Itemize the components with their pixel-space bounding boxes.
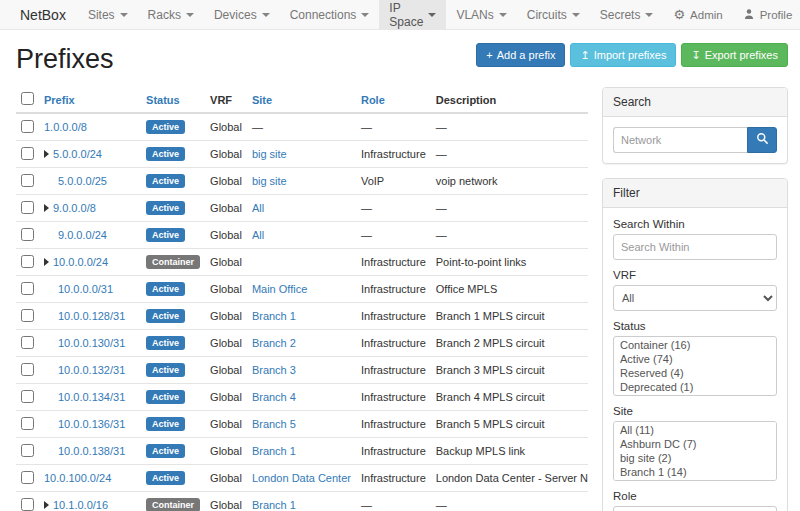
select-option[interactable]: big site (2) <box>615 451 775 465</box>
prefix-link[interactable]: 10.0.0.0/24 <box>53 256 108 268</box>
site-link[interactable]: All <box>252 202 264 214</box>
vrf-select[interactable]: All <box>613 285 777 311</box>
indent-spacer <box>44 319 58 320</box>
description-cell: — <box>431 195 588 222</box>
import-prefixes-button[interactable]: ↥ Import prefixes <box>570 43 676 67</box>
row-checkbox[interactable] <box>21 363 34 376</box>
row-checkbox[interactable] <box>21 147 34 160</box>
select-option[interactable]: All (11) <box>615 423 775 437</box>
prefix-link[interactable]: 5.0.0.0/24 <box>53 148 102 160</box>
prefix-link[interactable]: 10.0.0.0/31 <box>58 283 113 295</box>
row-checkbox[interactable] <box>21 336 34 349</box>
select-option[interactable]: Reserved (4) <box>615 366 775 380</box>
status-select[interactable]: Container (16)Active (74)Reserved (4)Dep… <box>613 336 777 396</box>
chevron-down-icon <box>572 13 580 17</box>
role-select[interactable]: Infrastructure (25)Management (8)Private… <box>613 506 777 511</box>
select-all-checkbox[interactable] <box>21 92 34 105</box>
nav-item-vlans[interactable]: VLANs <box>446 0 516 29</box>
prefix-table-wrap: Prefix Status VRF Site Role Description … <box>16 87 588 511</box>
row-checkbox[interactable] <box>21 390 34 403</box>
site-link[interactable]: big site <box>252 175 287 187</box>
prefix-link[interactable]: 10.0.0.134/31 <box>58 391 125 403</box>
select-option[interactable]: Container (16) <box>615 338 775 352</box>
select-option[interactable]: Branch 1 (14) <box>615 465 775 479</box>
export-prefixes-button[interactable]: ↧ Export prefixes <box>681 43 788 67</box>
row-checkbox[interactable] <box>21 174 34 187</box>
select-option[interactable]: Deprecated (1) <box>615 380 775 394</box>
chevron-down-icon <box>262 13 270 17</box>
row-checkbox[interactable] <box>21 120 34 133</box>
prefix-link[interactable]: 10.0.0.138/31 <box>58 445 125 457</box>
row-checkbox[interactable] <box>21 498 34 511</box>
row-checkbox[interactable] <box>21 444 34 457</box>
nav-item-circuits[interactable]: Circuits <box>517 0 590 29</box>
site-link[interactable]: big site <box>252 148 287 160</box>
status-badge: Active <box>146 336 185 350</box>
search-button[interactable] <box>747 127 777 153</box>
table-row: 10.0.0.0/24 Container Global Infrastruct… <box>16 249 588 276</box>
site-link[interactable]: Branch 3 <box>252 364 296 376</box>
indent-spacer <box>44 400 58 401</box>
row-checkbox[interactable] <box>21 201 34 214</box>
profile-link[interactable]: Profile <box>733 0 800 29</box>
select-option[interactable]: Active (74) <box>615 352 775 366</box>
search-input[interactable] <box>613 127 747 153</box>
row-checkbox[interactable] <box>21 417 34 430</box>
row-checkbox[interactable] <box>21 228 34 241</box>
role-cell: — <box>356 113 431 141</box>
description-cell: Office MPLS <box>431 276 588 303</box>
nav-item-ip-space[interactable]: IP Space <box>379 0 446 29</box>
nav-item-connections[interactable]: Connections <box>280 0 380 29</box>
column-header-prefix[interactable]: Prefix <box>44 94 75 106</box>
site-link[interactable]: Main Office <box>252 283 307 295</box>
prefix-link[interactable]: 9.0.0.0/24 <box>58 229 107 241</box>
select-option[interactable]: Ashburn DC (7) <box>615 437 775 451</box>
vrf-cell: Global <box>205 330 247 357</box>
nav-item-sites[interactable]: Sites <box>78 0 138 29</box>
indent-spacer <box>44 184 58 185</box>
site-link[interactable]: Branch 1 <box>252 499 296 511</box>
admin-link[interactable]: ⚙ Admin <box>663 0 732 29</box>
site-cell: Branch 2 <box>247 330 356 357</box>
row-checkbox[interactable] <box>21 282 34 295</box>
nav-item-secrets[interactable]: Secrets <box>590 0 664 29</box>
nav-item-label: Sites <box>88 8 115 22</box>
prefix-link[interactable]: 10.0.0.136/31 <box>58 418 125 430</box>
site-link[interactable]: All <box>252 229 264 241</box>
site-link[interactable]: Branch 1 <box>252 310 296 322</box>
site-cell <box>247 249 356 276</box>
role-cell: Infrastructure <box>356 141 431 168</box>
prefix-link[interactable]: 10.0.0.128/31 <box>58 310 125 322</box>
gear-icon: ⚙ <box>673 8 685 21</box>
chevron-down-icon <box>186 13 194 17</box>
prefix-link[interactable]: 1.0.0.0/8 <box>44 121 87 133</box>
vrf-cell: Global <box>205 276 247 303</box>
brand-logo[interactable]: NetBox <box>8 0 78 29</box>
site-select[interactable]: All (11)Ashburn DC (7)big site (2)Branch… <box>613 421 777 481</box>
column-header-status[interactable]: Status <box>146 94 180 106</box>
nav-item-devices[interactable]: Devices <box>204 0 280 29</box>
search-within-input[interactable] <box>613 234 777 260</box>
search-panel: Search <box>602 87 788 164</box>
site-link[interactable]: Branch 4 <box>252 391 296 403</box>
prefix-link[interactable]: 9.0.0.0/8 <box>53 202 96 214</box>
navbar-right: ⚙ Admin Profile Log out <box>663 0 800 29</box>
row-checkbox[interactable] <box>21 255 34 268</box>
site-link[interactable]: London Data Center <box>252 472 351 484</box>
prefix-link[interactable]: 10.0.0.132/31 <box>58 364 125 376</box>
prefix-link[interactable]: 10.0.0.130/31 <box>58 337 125 349</box>
select-option[interactable]: Branch 2 (10) <box>615 479 775 481</box>
prefix-link[interactable]: 10.0.100.0/24 <box>44 472 111 484</box>
prefix-link[interactable]: 5.0.0.0/25 <box>58 175 107 187</box>
row-checkbox[interactable] <box>21 309 34 322</box>
add-prefix-button[interactable]: + Add a prefix <box>476 43 565 67</box>
site-link[interactable]: Branch 5 <box>252 418 296 430</box>
row-checkbox[interactable] <box>21 471 34 484</box>
site-link[interactable]: Branch 1 <box>252 445 296 457</box>
prefix-link[interactable]: 10.1.0.0/16 <box>53 499 108 511</box>
site-link[interactable]: Branch 2 <box>252 337 296 349</box>
sidebar: Search Filter Search Within VRF <box>602 87 788 511</box>
column-header-site[interactable]: Site <box>252 94 272 106</box>
nav-item-racks[interactable]: Racks <box>138 0 204 29</box>
column-header-role[interactable]: Role <box>361 94 385 106</box>
